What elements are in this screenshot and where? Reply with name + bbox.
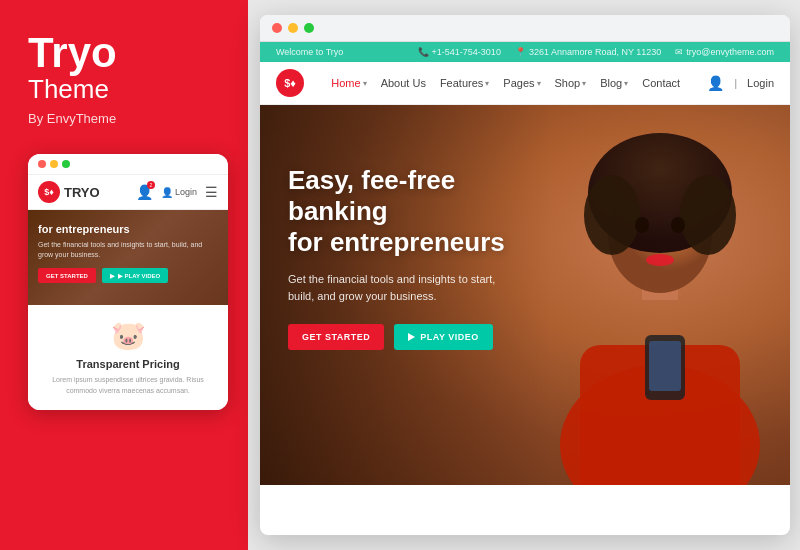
- top-info-bar: Welcome to Tryo 📞 +1-541-754-3010 📍 3261…: [260, 42, 790, 62]
- blog-chevron-icon: ▾: [624, 79, 628, 88]
- nav-link-contact[interactable]: Contact: [642, 77, 680, 89]
- svg-point-6: [680, 175, 736, 255]
- mobile-logo-text: TRYO: [64, 185, 100, 200]
- login-link[interactable]: Login: [747, 77, 774, 89]
- play-triangle-icon: [408, 333, 415, 341]
- browser-dot-red: [272, 23, 282, 33]
- svg-point-10: [635, 217, 649, 233]
- welcome-text: Welcome to Tryo: [276, 47, 343, 57]
- mobile-dots: [38, 160, 70, 168]
- hero-section: Easy, fee-free bankingfor entrepreneurs …: [260, 105, 790, 485]
- pages-chevron-icon: ▾: [537, 79, 541, 88]
- mobile-play-icon: ▶: [110, 272, 115, 279]
- hero-title: Easy, fee-free bankingfor entrepreneurs: [288, 165, 548, 259]
- browser-chrome: [260, 15, 790, 42]
- nav-logo[interactable]: $♦: [276, 69, 304, 97]
- mobile-play-button[interactable]: ▶ ▶ PLAY VIDEO: [102, 268, 168, 283]
- svg-point-5: [584, 175, 640, 255]
- browser-dot-yellow: [288, 23, 298, 33]
- get-started-button[interactable]: GET STARTED: [288, 324, 384, 350]
- mobile-logo: $♦ TRYO: [38, 181, 100, 203]
- svg-point-11: [671, 217, 685, 233]
- home-chevron-icon: ▾: [363, 79, 367, 88]
- svg-rect-9: [649, 341, 681, 391]
- shop-chevron-icon: ▾: [582, 79, 586, 88]
- mobile-nav-icons: 👤 2 👤 Login ☰: [136, 183, 218, 201]
- nav-links: Home ▾ About Us Features ▾ Pages ▾ Shop …: [331, 77, 680, 89]
- email-info: ✉ tryo@envytheme.com: [675, 47, 774, 57]
- features-chevron-icon: ▾: [485, 79, 489, 88]
- phone-icon: 📞: [418, 47, 429, 57]
- brand-title: Tryo: [28, 32, 220, 74]
- brand-by: By EnvyTheme: [28, 111, 220, 126]
- mobile-content: 🐷 Transparent Pricing Lorem ipsum suspen…: [28, 305, 228, 410]
- mobile-dot-yellow: [50, 160, 58, 168]
- email-icon: ✉: [675, 47, 683, 57]
- nav-link-features[interactable]: Features ▾: [440, 77, 489, 89]
- mobile-hero-buttons: GET STARTED ▶ ▶ PLAY VIDEO: [38, 268, 218, 283]
- mobile-dot-red: [38, 160, 46, 168]
- mobile-section-title: Transparent Pricing: [38, 358, 218, 370]
- login-btn-mobile[interactable]: 👤 Login: [161, 187, 197, 198]
- mobile-hero-sub: Get the financial tools and insights to …: [38, 240, 218, 260]
- browser-mockup: Welcome to Tryo 📞 +1-541-754-3010 📍 3261…: [260, 15, 790, 535]
- nav-link-pages[interactable]: Pages ▾: [503, 77, 540, 89]
- user-icon: 👤: [707, 75, 724, 91]
- play-video-button[interactable]: PLAY VIDEO: [394, 324, 493, 350]
- mobile-hero: for entrepreneurs Get the financial tool…: [28, 210, 228, 305]
- mobile-get-started-button[interactable]: GET STARTED: [38, 268, 96, 283]
- hero-description: Get the financial tools and insights to …: [288, 271, 548, 306]
- mobile-nav: $♦ TRYO 👤 2 👤 Login ☰: [28, 175, 228, 210]
- map-icon: 📍: [515, 47, 526, 57]
- mobile-section-text: Lorem ipsum suspendisse ultrices gravida…: [38, 375, 218, 396]
- info-bar-right: 📞 +1-541-754-3010 📍 3261 Annamore Road, …: [418, 47, 774, 57]
- mobile-mockup: $♦ TRYO 👤 2 👤 Login ☰ for entrepreneurs …: [28, 154, 228, 410]
- nav-link-blog[interactable]: Blog ▾: [600, 77, 628, 89]
- nav-right: 👤 | Login: [707, 75, 774, 91]
- left-panel: Tryo Theme By EnvyTheme $♦ TRYO 👤 2: [0, 0, 248, 550]
- nav-logo-icon: $♦: [276, 69, 304, 97]
- phone-info: 📞 +1-541-754-3010: [418, 47, 501, 57]
- address-info: 📍 3261 Annamore Road, NY 11230: [515, 47, 661, 57]
- hero-buttons: GET STARTED PLAY VIDEO: [288, 324, 548, 350]
- main-nav: $♦ Home ▾ About Us Features ▾ Pages ▾ Sh…: [260, 62, 790, 105]
- hamburger-icon[interactable]: ☰: [205, 184, 218, 200]
- mobile-dot-green: [62, 160, 70, 168]
- badge-dot: 2: [147, 181, 155, 189]
- nav-separator: |: [734, 78, 737, 89]
- mobile-browser-bar: [28, 154, 228, 175]
- nav-link-shop[interactable]: Shop ▾: [555, 77, 587, 89]
- piggy-bank-icon: 🐷: [38, 319, 218, 352]
- nav-link-about[interactable]: About Us: [381, 77, 426, 89]
- svg-point-7: [646, 254, 674, 266]
- nav-link-home[interactable]: Home ▾: [331, 77, 366, 89]
- mobile-logo-icon: $♦: [38, 181, 60, 203]
- mobile-hero-text: for entrepreneurs: [38, 222, 218, 236]
- browser-dot-green: [304, 23, 314, 33]
- hero-content: Easy, fee-free bankingfor entrepreneurs …: [288, 165, 548, 350]
- brand-subtitle: Theme: [28, 74, 220, 105]
- notification-badge: 👤 2: [136, 183, 153, 201]
